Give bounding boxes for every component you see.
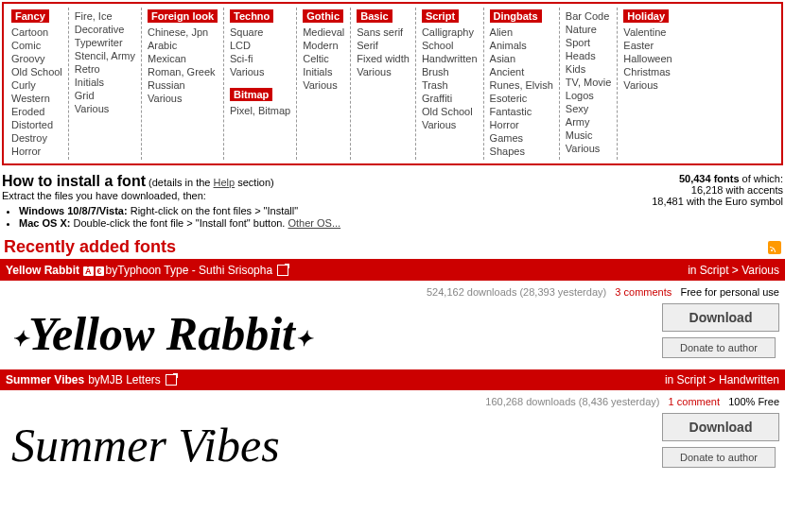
category-item[interactable]: Decorative	[75, 23, 135, 36]
font-comments-link[interactable]: 1 comment	[669, 396, 720, 407]
category-item[interactable]: Fixed width	[357, 52, 410, 65]
category-item[interactable]: Pixel, Bitmap	[230, 104, 290, 117]
category-header[interactable]: Script	[422, 9, 459, 23]
category-item[interactable]: Kids	[566, 62, 612, 76]
category-item[interactable]: Serif	[357, 39, 410, 52]
category-item[interactable]: Bar Code	[566, 9, 612, 23]
category-item[interactable]: Various	[566, 142, 612, 155]
category-item[interactable]: Sci-fi	[230, 52, 290, 65]
category-item[interactable]: School	[422, 39, 478, 52]
external-link-icon[interactable]	[277, 265, 288, 276]
donate-button[interactable]: Donate to author	[662, 447, 776, 468]
category-item[interactable]: Medieval	[303, 26, 344, 39]
category-item[interactable]: Chinese, Jpn	[148, 26, 218, 39]
category-item[interactable]: Fantastic	[490, 105, 553, 118]
font-author-link[interactable]: MJB Letters	[100, 373, 161, 386]
category-item[interactable]: Retro	[75, 62, 135, 76]
category-item[interactable]: Games	[490, 131, 553, 145]
category-item[interactable]: Animals	[490, 39, 553, 52]
category-item[interactable]: Square	[230, 26, 290, 39]
category-item[interactable]: Arabic	[148, 39, 218, 52]
category-item[interactable]: Ancient	[490, 65, 553, 78]
category-item[interactable]: Horror	[11, 145, 62, 158]
font-comments-link[interactable]: 3 comments	[615, 286, 672, 298]
download-button[interactable]: Download	[662, 303, 779, 332]
category-item[interactable]: Celtic	[303, 52, 344, 65]
rss-icon[interactable]	[768, 241, 781, 254]
category-item[interactable]: Calligraphy	[422, 26, 478, 39]
category-item[interactable]: Valentine	[623, 26, 672, 39]
category-item[interactable]: Alien	[490, 26, 553, 39]
help-link[interactable]: Help	[214, 177, 236, 188]
category-header[interactable]: Foreign look	[148, 9, 218, 23]
font-category[interactable]: in Script > Various	[688, 264, 779, 277]
category-item[interactable]: Cartoon	[11, 26, 62, 39]
category-item[interactable]: Various	[623, 78, 672, 92]
category-item[interactable]: Sans serif	[357, 26, 410, 39]
category-item[interactable]: Handwritten	[422, 52, 478, 65]
category-item[interactable]: Runes, Elvish	[490, 78, 553, 92]
category-item[interactable]: Stencil, Army	[75, 49, 135, 62]
category-header[interactable]: Basic	[357, 9, 392, 23]
category-item[interactable]: Russian	[148, 78, 218, 92]
download-button[interactable]: Download	[662, 413, 779, 441]
category-item[interactable]: Initials	[75, 76, 135, 89]
category-item[interactable]: Logos	[566, 89, 612, 102]
category-item[interactable]: Army	[566, 115, 612, 129]
category-item[interactable]: Graffiti	[422, 92, 478, 105]
category-item[interactable]: Initials	[303, 65, 344, 78]
font-name-link[interactable]: Yellow Rabbit	[6, 264, 79, 277]
category-item[interactable]: Old School	[11, 65, 62, 78]
category-item[interactable]: Heads	[566, 49, 612, 62]
category-item[interactable]: Fire, Ice	[75, 9, 135, 23]
category-item[interactable]: Eroded	[11, 105, 62, 118]
external-link-icon[interactable]	[166, 374, 177, 386]
category-item[interactable]: Various	[357, 65, 410, 78]
category-header[interactable]: Fancy	[11, 9, 49, 23]
category-item[interactable]: Groovy	[11, 52, 62, 65]
font-name-link[interactable]: Summer Vibes	[6, 373, 84, 386]
category-item[interactable]: Music	[566, 129, 612, 142]
category-item[interactable]: Various	[303, 78, 344, 92]
category-item[interactable]: Esoteric	[490, 92, 553, 105]
category-item[interactable]: Comic	[11, 39, 62, 52]
category-item[interactable]: Sexy	[566, 102, 612, 115]
category-item[interactable]: Asian	[490, 52, 553, 65]
category-item[interactable]: Modern	[303, 39, 344, 52]
category-header[interactable]: Holiday	[623, 9, 669, 23]
category-item[interactable]: Sport	[566, 36, 612, 49]
category-item[interactable]: Old School	[422, 105, 478, 118]
category-item[interactable]: Western	[11, 92, 62, 105]
category-header[interactable]: Gothic	[303, 9, 343, 23]
font-category[interactable]: in Script > Handwritten	[665, 373, 779, 386]
donate-button[interactable]: Donate to author	[662, 337, 776, 358]
category-item[interactable]: Various	[148, 92, 218, 105]
category-header[interactable]: Techno	[230, 9, 273, 23]
category-header[interactable]: Dingbats	[490, 9, 542, 23]
category-item[interactable]: Distorted	[11, 118, 62, 131]
category-item[interactable]: Easter	[623, 39, 672, 52]
other-os-link[interactable]: Other OS...	[288, 217, 340, 229]
category-item[interactable]: Nature	[566, 23, 612, 36]
category-item[interactable]: Curly	[11, 78, 62, 92]
font-preview[interactable]: Summer Vibes	[0, 412, 656, 474]
category-header[interactable]: Bitmap	[230, 88, 272, 101]
category-item[interactable]: Various	[422, 118, 478, 131]
category-item[interactable]: Christmas	[623, 65, 672, 78]
category-item[interactable]: Grid	[75, 89, 135, 102]
category-item[interactable]: Roman, Greek	[148, 65, 218, 78]
category-item[interactable]: Mexican	[148, 52, 218, 65]
category-item[interactable]: TV, Movie	[566, 76, 612, 89]
category-item[interactable]: Typewriter	[75, 36, 135, 49]
category-item[interactable]: Trash	[422, 78, 478, 92]
font-author-link[interactable]: Typhoon Type - Suthi Srisopha	[117, 264, 272, 277]
category-item[interactable]: Various	[230, 65, 290, 78]
category-item[interactable]: Destroy	[11, 131, 62, 145]
category-item[interactable]: Halloween	[623, 52, 672, 65]
category-item[interactable]: Shapes	[490, 145, 553, 158]
category-item[interactable]: LCD	[230, 39, 290, 52]
font-preview[interactable]: ✦Yellow Rabbit✦	[0, 304, 656, 363]
category-item[interactable]: Horror	[490, 118, 553, 131]
category-item[interactable]: Various	[75, 102, 135, 115]
category-item[interactable]: Brush	[422, 65, 478, 78]
